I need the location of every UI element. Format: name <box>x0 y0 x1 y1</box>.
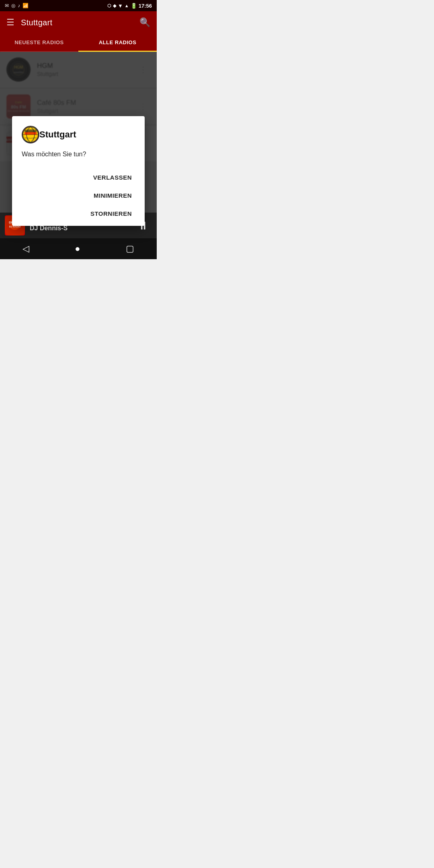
dialog-title: Stuttgart <box>39 129 76 140</box>
tab-neueste-radios[interactable]: NEUESTE RADIOS <box>0 34 78 51</box>
email-icon: ✉ <box>5 3 9 8</box>
status-bar: ✉ ◎ ♪ 📶 ⬡ ◆ ▼ ▲ 🔋 17:56 <box>0 0 157 11</box>
dialog-backdrop: Stuttgart Was möchten Sie tun? VERLASSEN… <box>0 52 157 213</box>
menu-button[interactable]: ☰ <box>6 17 14 28</box>
nav-icon: ◆ <box>113 3 116 8</box>
dialog-header: Stuttgart <box>22 126 135 143</box>
network-icon: ▲ <box>125 3 129 8</box>
status-icons-right: ⬡ ◆ ▼ ▲ 🔋 17:56 <box>107 3 152 9</box>
clock: 17:56 <box>139 3 152 9</box>
wifi-icon: ▼ <box>118 3 123 9</box>
signal-icon: 📶 <box>23 3 29 8</box>
back-button[interactable]: ◁ <box>14 240 37 257</box>
camera-icon: ◎ <box>11 3 15 8</box>
dialog-subtitle: Was möchten Sie tun? <box>22 150 135 159</box>
search-button[interactable]: 🔍 <box>139 17 150 28</box>
nav-bar: ◁ ● ▢ <box>0 238 157 259</box>
tab-alle-radios[interactable]: ALLE RADIOS <box>78 34 157 51</box>
dialog-buttons: VERLASSEN MINIMIEREN STORNIEREN <box>22 168 135 223</box>
dialog-icon <box>22 126 39 143</box>
dialog-button-stornieren[interactable]: STORNIEREN <box>22 205 135 223</box>
stuttgart-icon-svg <box>23 127 39 143</box>
action-dialog: Stuttgart Was möchten Sie tun? VERLASSEN… <box>12 116 145 226</box>
cast-icon: ⬡ <box>107 3 111 8</box>
top-bar: ☰ Stuttgart 🔍 <box>0 11 157 34</box>
battery-icon: 🔋 <box>131 3 137 9</box>
dialog-button-minimieren[interactable]: MINIMIEREN <box>22 186 135 205</box>
recent-button[interactable]: ▢ <box>118 240 142 257</box>
status-icons-left: ✉ ◎ ♪ 📶 <box>5 3 29 8</box>
tab-bar: NEUESTE RADIOS ALLE RADIOS <box>0 34 157 52</box>
music-icon: ♪ <box>18 3 20 8</box>
dialog-button-verlassen[interactable]: VERLASSEN <box>22 168 135 186</box>
home-button[interactable]: ● <box>67 240 88 257</box>
content-area: HGM www.HGM.si HGM Stuttgart ⋮ Café 80s … <box>0 52 157 213</box>
page-title: Stuttgart <box>21 18 139 27</box>
